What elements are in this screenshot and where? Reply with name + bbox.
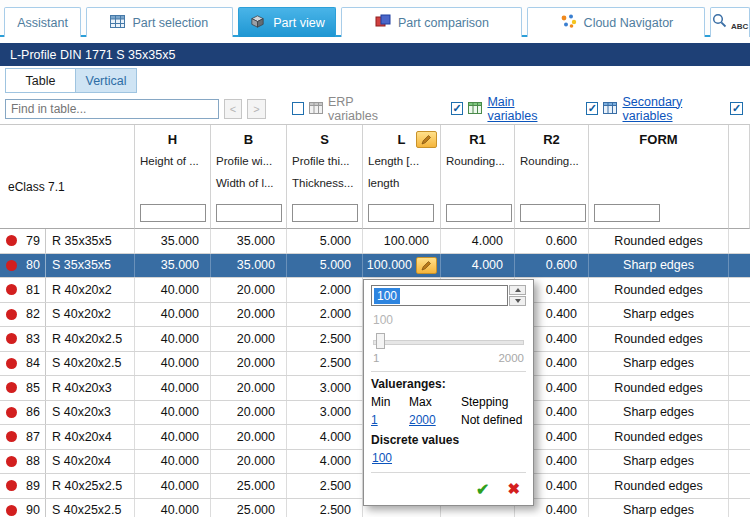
tab-text-search[interactable]: ABC xyxy=(710,7,750,37)
column-header-H[interactable]: H xyxy=(135,125,211,153)
tab-table-view[interactable]: Table xyxy=(5,68,76,93)
tab-part-comparison[interactable]: Part comparison xyxy=(341,7,522,37)
cell-value: 2.500 xyxy=(320,503,351,517)
cell-value: 40.000 xyxy=(161,454,199,468)
slider-handle[interactable] xyxy=(376,333,385,349)
column-header-S[interactable]: S xyxy=(287,125,363,153)
discrete-value-link[interactable]: 100 xyxy=(372,451,392,465)
cancel-button[interactable]: ✖ xyxy=(507,480,520,499)
row-name: S 40x20x2 xyxy=(52,307,111,321)
tab-part-view-label: Part view xyxy=(273,16,324,30)
filter-input-S[interactable] xyxy=(292,204,358,222)
column-desc2-L: length xyxy=(363,175,441,197)
table-row[interactable]: 79R 35x35x535.00035.0005.000100.0004.000… xyxy=(0,229,750,254)
tab-part-selection[interactable]: Part selection xyxy=(86,7,232,37)
cell-value: 40.000 xyxy=(161,283,199,297)
cell-H: 40.000 xyxy=(135,278,211,302)
find-in-table-input[interactable] xyxy=(5,99,219,119)
row-separator xyxy=(45,425,46,449)
status-dot xyxy=(6,505,17,516)
edit-value-icon[interactable] xyxy=(416,257,437,274)
cell-extra xyxy=(729,401,750,425)
edit-column-icon[interactable] xyxy=(416,131,437,148)
discrete-values-title: Discrete values xyxy=(371,433,526,447)
cell-value: 4.000 xyxy=(320,430,351,444)
secondary-variables-label[interactable]: Secondary variables xyxy=(622,95,730,123)
status-dot xyxy=(6,456,17,467)
column-header-R2[interactable]: R2 xyxy=(515,125,589,153)
column-header-R1[interactable]: R1 xyxy=(441,125,515,153)
min-value-link[interactable]: 1 xyxy=(371,413,409,427)
cell-value: 40.000 xyxy=(161,503,199,517)
column-label: R1 xyxy=(469,132,486,147)
max-value-link[interactable]: 2000 xyxy=(409,413,461,427)
cell-value: 40.000 xyxy=(161,405,199,419)
cell-FORM: Rounded edges xyxy=(589,376,729,400)
cell-S: 2.500 xyxy=(287,352,363,376)
status-dot xyxy=(6,431,17,442)
column-header-FORM[interactable]: FORM xyxy=(589,125,729,153)
value-slider[interactable] xyxy=(373,333,524,349)
row-name: S 40x20x3 xyxy=(52,405,111,419)
filter-input-FORM[interactable] xyxy=(594,204,660,222)
column-header-B[interactable]: B xyxy=(211,125,287,153)
column-desc2-R1 xyxy=(441,175,515,197)
cell-B: 25.000 xyxy=(211,499,287,517)
cell-value: 3.000 xyxy=(320,381,351,395)
tab-vertical-view-label: Vertical xyxy=(86,74,127,88)
find-next-button[interactable]: > xyxy=(247,99,265,119)
table-row[interactable]: 80S 35x35x535.00035.0005.000100.0004.000… xyxy=(0,254,750,279)
main-variables-checkbox[interactable] xyxy=(451,102,463,115)
filter-cell-FORM xyxy=(589,197,729,229)
row-number: 87 xyxy=(17,430,45,444)
tab-assistant[interactable]: Assistant xyxy=(4,7,81,37)
cell-value: 20.000 xyxy=(237,405,275,419)
cell-value: 0.400 xyxy=(546,430,577,444)
column-header-L[interactable]: L xyxy=(363,125,441,153)
cell-value: 40.000 xyxy=(161,381,199,395)
extra-variables-checkbox[interactable] xyxy=(730,102,743,115)
stepping-column-header: Stepping xyxy=(461,395,526,409)
spin-up-button[interactable] xyxy=(509,285,526,295)
filter-input-B[interactable] xyxy=(216,204,282,222)
cell-R1: 4.000 xyxy=(441,254,515,278)
main-variables-label[interactable]: Main variables xyxy=(487,95,564,123)
column-desc2-R2 xyxy=(515,175,589,197)
cell-value: 0.400 xyxy=(546,332,577,346)
cell-L: 100.000 xyxy=(363,254,441,278)
accept-button[interactable]: ✔ xyxy=(476,480,489,499)
cell-S: 4.000 xyxy=(287,425,363,449)
row-number: 80 xyxy=(17,258,45,272)
cell-H: 40.000 xyxy=(135,401,211,425)
filter-cell-B xyxy=(211,197,287,229)
tab-cloud-navigator[interactable]: Cloud Navigator xyxy=(527,7,705,37)
cell-R2: 0.600 xyxy=(515,254,589,278)
cell-designation: 82S 40x20x2 xyxy=(0,303,135,327)
cell-FORM: Sharp edges xyxy=(589,352,729,376)
cell-H: 40.000 xyxy=(135,327,211,351)
part-view-window: Assistant Part selection Part view Part … xyxy=(0,0,750,517)
filter-input-R2[interactable] xyxy=(520,204,586,222)
filter-input-H[interactable] xyxy=(140,204,206,222)
cell-L: 100.000 xyxy=(363,229,441,253)
erp-variables-checkbox[interactable] xyxy=(292,102,304,115)
cell-S: 4.000 xyxy=(287,450,363,474)
find-previous-button[interactable]: < xyxy=(224,99,242,119)
cell-FORM: Sharp edges xyxy=(589,303,729,327)
secondary-variables-checkbox[interactable] xyxy=(586,102,598,115)
value-input[interactable]: 100 xyxy=(371,285,508,306)
slider-max-label: 2000 xyxy=(498,352,524,364)
max-column-header: Max xyxy=(409,395,461,409)
divider xyxy=(371,371,526,372)
tab-part-selection-label: Part selection xyxy=(132,16,208,30)
column-desc1-H: Height of ... xyxy=(135,153,211,175)
row-name: R 35x35x5 xyxy=(52,234,112,248)
spin-down-button[interactable] xyxy=(509,296,526,306)
tab-vertical-view[interactable]: Vertical xyxy=(76,68,137,93)
row-separator xyxy=(45,499,46,517)
tab-part-comparison-label: Part comparison xyxy=(398,16,489,30)
filter-input-L[interactable] xyxy=(368,204,434,222)
tab-part-view[interactable]: Part view xyxy=(238,7,337,37)
row-separator xyxy=(45,303,46,327)
filter-input-R1[interactable] xyxy=(446,204,512,222)
